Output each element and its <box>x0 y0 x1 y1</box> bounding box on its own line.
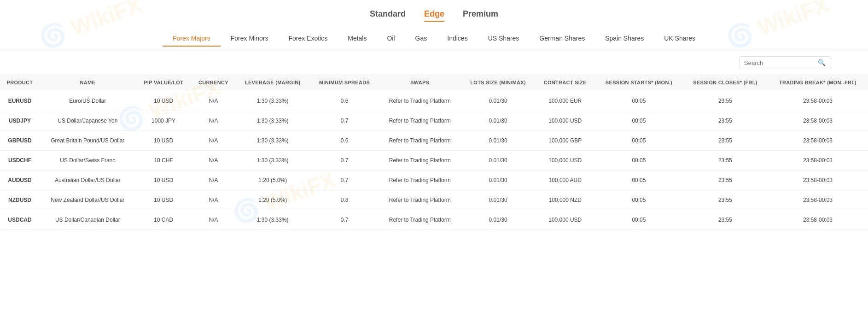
cell-swaps: Refer to Trading Platform <box>379 131 461 151</box>
cell-min-spreads: 0.6 <box>310 131 379 151</box>
cat-oil[interactable]: Oil <box>377 31 405 47</box>
search-icon[interactable]: 🔍 <box>818 59 826 66</box>
col-pip-value: PIP VALUE/LOT <box>136 74 192 91</box>
cell-pip-value: 10 USD <box>136 171 192 190</box>
cell-session-starts: 00:05 <box>595 131 683 151</box>
cat-forex-exotics[interactable]: Forex Exotics <box>278 31 338 47</box>
cell-session-starts: 00:05 <box>595 190 683 210</box>
col-min-spreads: MINIMUM SPREADS <box>310 74 379 91</box>
tab-standard[interactable]: Standard <box>370 9 406 22</box>
cell-session-closes: 23:55 <box>683 190 768 210</box>
cat-uk-shares[interactable]: UK Shares <box>654 31 705 47</box>
cell-trading-break: 23:58-00:03 <box>768 151 868 171</box>
cell-product: NZDUSD <box>0 190 40 210</box>
cell-name: US Dollar/Swiss Franc <box>40 151 136 171</box>
cell-currency: N/A <box>192 111 236 131</box>
table-row: USDJPY US Dollar/Japanese Yen 1000 JPY N… <box>0 111 868 131</box>
cell-min-spreads: 0.7 <box>310 111 379 131</box>
cell-session-closes: 23:55 <box>683 171 768 190</box>
cat-forex-majors[interactable]: Forex Majors <box>163 31 221 47</box>
forex-data-table: PRODUCT NAME PIP VALUE/LOT CURRENCY LEVE… <box>0 74 868 230</box>
cell-pip-value: 1000 JPY <box>136 111 192 131</box>
cell-leverage: 1:20 (5.0%) <box>235 171 310 190</box>
cell-session-closes: 23:55 <box>683 131 768 151</box>
cell-lots-size: 0.01/30 <box>461 91 536 111</box>
col-session-starts: SESSION STARTS* (MON.) <box>595 74 683 91</box>
cat-german-shares[interactable]: German Shares <box>529 31 595 47</box>
cell-leverage: 1:20 (5.0%) <box>235 190 310 210</box>
cell-pip-value: 10 CAD <box>136 210 192 230</box>
cat-indices[interactable]: Indices <box>437 31 478 47</box>
search-bar: 🔍 <box>0 49 868 74</box>
cell-currency: N/A <box>192 171 236 190</box>
cell-product: USDJPY <box>0 111 40 131</box>
cell-name: Australian Dollar/US Dollar <box>40 171 136 190</box>
cell-contract-size: 100,000 NZD <box>536 190 595 210</box>
cell-lots-size: 0.01/30 <box>461 151 536 171</box>
cat-us-shares[interactable]: US Shares <box>478 31 530 47</box>
cell-product: AUDUSD <box>0 171 40 190</box>
cell-contract-size: 100,000 GBP <box>536 131 595 151</box>
cell-product: GBPUSD <box>0 131 40 151</box>
cell-lots-size: 0.01/30 <box>461 131 536 151</box>
cell-contract-size: 100,000 AUD <box>536 171 595 190</box>
cat-spain-shares[interactable]: Spain Shares <box>595 31 654 47</box>
cell-leverage: 1:30 (3.33%) <box>235 131 310 151</box>
cell-trading-break: 23:58-00:03 <box>768 210 868 230</box>
cell-min-spreads: 0.6 <box>310 91 379 111</box>
cell-product: EURUSD <box>0 91 40 111</box>
cell-trading-break: 23:58-00:03 <box>768 171 868 190</box>
cell-swaps: Refer to Trading Platform <box>379 171 461 190</box>
tab-edge[interactable]: Edge <box>424 9 444 22</box>
account-type-tabs: Standard Edge Premium <box>0 0 868 26</box>
cell-swaps: Refer to Trading Platform <box>379 91 461 111</box>
cell-leverage: 1:30 (3.33%) <box>235 151 310 171</box>
cell-session-starts: 00:05 <box>595 111 683 131</box>
search-wrap: 🔍 <box>739 56 831 69</box>
cell-min-spreads: 0.8 <box>310 190 379 210</box>
cell-pip-value: 10 USD <box>136 190 192 210</box>
cell-product: USDCAD <box>0 210 40 230</box>
cell-contract-size: 100,000 USD <box>536 111 595 131</box>
cell-currency: N/A <box>192 131 236 151</box>
cell-session-closes: 23:55 <box>683 151 768 171</box>
cell-swaps: Refer to Trading Platform <box>379 151 461 171</box>
col-lots-size: LOTS SIZE (MIN/MAX) <box>461 74 536 91</box>
search-input[interactable] <box>744 59 818 66</box>
cell-contract-size: 100,000 USD <box>536 151 595 171</box>
cell-currency: N/A <box>192 210 236 230</box>
cell-currency: N/A <box>192 190 236 210</box>
cell-name: Great Britain Pound/US Dollar <box>40 131 136 151</box>
col-currency: CURRENCY <box>192 74 236 91</box>
table-row: AUDUSD Australian Dollar/US Dollar 10 US… <box>0 171 868 190</box>
cell-lots-size: 0.01/30 <box>461 171 536 190</box>
table-row: EURUSD Euro/US Dollar 10 USD N/A 1:30 (3… <box>0 91 868 111</box>
cell-min-spreads: 0.7 <box>310 210 379 230</box>
cell-trading-break: 23:58-00:03 <box>768 111 868 131</box>
col-name: NAME <box>40 74 136 91</box>
cell-session-starts: 00:05 <box>595 151 683 171</box>
category-nav: Forex Majors Forex Minors Forex Exotics … <box>0 26 868 49</box>
cell-leverage: 1:30 (3.33%) <box>235 91 310 111</box>
cell-swaps: Refer to Trading Platform <box>379 210 461 230</box>
cat-forex-minors[interactable]: Forex Minors <box>221 31 279 47</box>
cell-lots-size: 0.01/30 <box>461 210 536 230</box>
cat-metals[interactable]: Metals <box>338 31 377 47</box>
cell-lots-size: 0.01/30 <box>461 111 536 131</box>
cell-currency: N/A <box>192 151 236 171</box>
cat-gas[interactable]: Gas <box>405 31 437 47</box>
col-swaps: SWAPS <box>379 74 461 91</box>
cell-name: US Dollar/Canadian Dollar <box>40 210 136 230</box>
cell-leverage: 1:30 (3.33%) <box>235 210 310 230</box>
col-session-closes: SESSION CLOSES* (FRI.) <box>683 74 768 91</box>
tab-premium[interactable]: Premium <box>463 9 498 22</box>
cell-product: USDCHF <box>0 151 40 171</box>
col-contract-size: CONTRACT SIZE <box>536 74 595 91</box>
cell-session-starts: 00:05 <box>595 171 683 190</box>
cell-name: US Dollar/Japanese Yen <box>40 111 136 131</box>
cell-swaps: Refer to Trading Platform <box>379 111 461 131</box>
cell-contract-size: 100,000 USD <box>536 210 595 230</box>
col-product: PRODUCT <box>0 74 40 91</box>
cell-min-spreads: 0.7 <box>310 151 379 171</box>
cell-currency: N/A <box>192 91 236 111</box>
